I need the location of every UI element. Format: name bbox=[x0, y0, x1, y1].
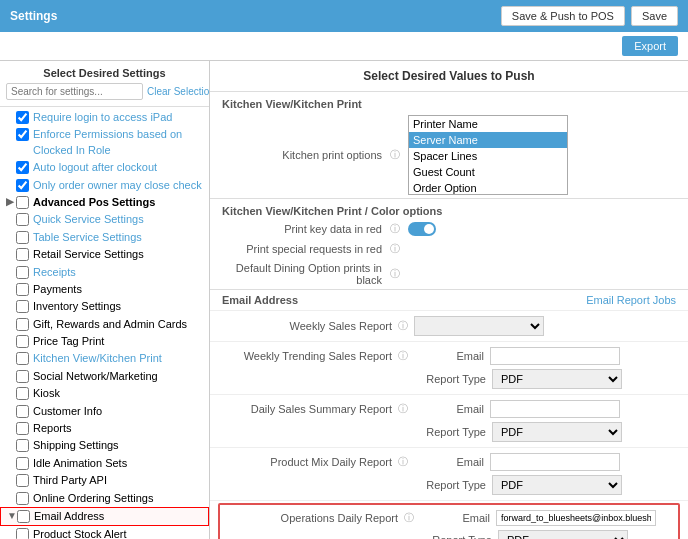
default-dining-label: Default Dining Option prints inblack bbox=[222, 262, 382, 286]
save-push-button[interactable]: Save & Push to POS bbox=[501, 6, 625, 26]
checkbox-customer-info[interactable] bbox=[16, 405, 29, 418]
sidebar-item-advanced-pos[interactable]: ▶ Advanced Pos Settings bbox=[0, 194, 209, 211]
sidebar-item-only-order-owner[interactable]: Only order owner may close check bbox=[0, 177, 209, 194]
checkbox-inventory[interactable] bbox=[16, 300, 29, 313]
listbox-item[interactable]: Order Option bbox=[409, 180, 567, 195]
daily-sales-info-icon[interactable]: ⓘ bbox=[398, 402, 408, 416]
checkbox-online-ordering[interactable] bbox=[16, 492, 29, 505]
sidebar-item-table-service[interactable]: Table Service Settings bbox=[0, 229, 209, 246]
weekly-sales-report-row: Weekly Sales Report ⓘ bbox=[210, 314, 688, 338]
weekly-sales-select[interactable] bbox=[414, 316, 544, 336]
sidebar-item-shipping[interactable]: Shipping Settings bbox=[0, 437, 209, 454]
sidebar-item-receipts[interactable]: Receipts bbox=[0, 264, 209, 281]
sidebar-item-gift-rewards[interactable]: Gift, Rewards and Admin Cards bbox=[0, 316, 209, 333]
listbox-item[interactable]: Printer Name bbox=[409, 116, 567, 132]
listbox-item[interactable]: Server Name bbox=[409, 132, 567, 148]
checkbox-quick-service[interactable] bbox=[16, 213, 29, 226]
clear-selections-button[interactable]: Clear Selections bbox=[147, 86, 210, 97]
product-mix-type-select[interactable]: PDF bbox=[492, 475, 622, 495]
kitchen-print-info-icon[interactable]: ⓘ bbox=[390, 148, 400, 162]
print-key-info-icon[interactable]: ⓘ bbox=[390, 222, 400, 236]
sidebar-label-require-login: Require login to access iPad bbox=[33, 110, 172, 125]
checkbox-receipts[interactable] bbox=[16, 266, 29, 279]
operations-daily-type-select[interactable]: PDF bbox=[498, 530, 628, 539]
sidebar-header: Select Desired Settings Clear Selections bbox=[0, 61, 209, 107]
checkbox-shipping[interactable] bbox=[16, 439, 29, 452]
checkbox-table-service[interactable] bbox=[16, 231, 29, 244]
checkbox-payments[interactable] bbox=[16, 283, 29, 296]
print-special-info-icon[interactable]: ⓘ bbox=[390, 242, 400, 256]
sidebar-label-idle-animation: Idle Animation Sets bbox=[33, 456, 127, 471]
product-mix-email-input[interactable] bbox=[490, 453, 620, 471]
checkbox-require-login[interactable] bbox=[16, 111, 29, 124]
sidebar-item-social-network[interactable]: Social Network/Marketing bbox=[0, 368, 209, 385]
sidebar-item-auto-logout[interactable]: Auto logout after clockout bbox=[0, 159, 209, 176]
sidebar-item-third-party[interactable]: Third Party API bbox=[0, 472, 209, 489]
sidebar-item-product-stock-alert[interactable]: Product Stock Alert bbox=[0, 526, 209, 539]
checkbox-kitchen-view[interactable] bbox=[16, 352, 29, 365]
sidebar-item-idle-animation[interactable]: Idle Animation Sets bbox=[0, 455, 209, 472]
sidebar-search-row: Clear Selections bbox=[6, 83, 203, 100]
product-mix-info-icon[interactable]: ⓘ bbox=[398, 455, 408, 469]
sidebar-item-customer-info[interactable]: Customer Info bbox=[0, 403, 209, 420]
print-key-toggle-container bbox=[408, 222, 436, 236]
checkbox-idle-animation[interactable] bbox=[16, 457, 29, 470]
checkbox-only-order-owner[interactable] bbox=[16, 179, 29, 192]
sidebar-label-price-tag: Price Tag Print bbox=[33, 334, 104, 349]
checkbox-auto-logout[interactable] bbox=[16, 161, 29, 174]
operations-daily-email-input[interactable] bbox=[496, 510, 656, 526]
expand-icon-email-address[interactable]: ▼ bbox=[7, 509, 17, 523]
listbox-item[interactable]: Guest Count bbox=[409, 164, 567, 180]
sidebar-item-retail-service[interactable]: Retail Service Settings bbox=[0, 246, 209, 263]
kitchen-color-section: Kitchen View/Kitchen Print / Color optio… bbox=[210, 199, 688, 290]
sidebar-item-require-login[interactable]: Require login to access iPad bbox=[0, 109, 209, 126]
checkbox-enforce-permissions[interactable] bbox=[16, 128, 29, 141]
checkbox-product-stock-alert[interactable] bbox=[16, 528, 29, 539]
sidebar-item-enforce-permissions[interactable]: Enforce Permissions based on Clocked In … bbox=[0, 126, 209, 159]
daily-sales-label-row: Daily Sales Summary Report ⓘ Email bbox=[210, 398, 688, 420]
sidebar-item-kiosk[interactable]: Kiosk bbox=[0, 385, 209, 402]
checkbox-price-tag[interactable] bbox=[16, 335, 29, 348]
weekly-trending-report-block: Weekly Trending Sales Report ⓘ Email Rep… bbox=[210, 342, 688, 395]
sidebar-item-online-ordering[interactable]: Online Ordering Settings bbox=[0, 490, 209, 507]
save-button[interactable]: Save bbox=[631, 6, 678, 26]
kitchen-section-title: Kitchen View/Kitchen Print bbox=[210, 92, 688, 112]
daily-sales-type-row: Report Type PDF bbox=[210, 420, 688, 444]
sidebar-item-inventory[interactable]: Inventory Settings bbox=[0, 298, 209, 315]
default-dining-info-icon[interactable]: ⓘ bbox=[390, 267, 400, 281]
weekly-trending-report-label: Weekly Trending Sales Report bbox=[222, 350, 392, 362]
export-button[interactable]: Export bbox=[622, 36, 678, 56]
product-mix-report-label: Product Mix Daily Report bbox=[222, 456, 392, 468]
weekly-trending-type-select[interactable]: PDF bbox=[492, 369, 622, 389]
operations-daily-info-icon[interactable]: ⓘ bbox=[404, 511, 414, 525]
sidebar-item-kitchen-view[interactable]: Kitchen View/Kitchen Print bbox=[0, 350, 209, 367]
sidebar-label-gift-rewards: Gift, Rewards and Admin Cards bbox=[33, 317, 187, 332]
weekly-trending-info-icon[interactable]: ⓘ bbox=[398, 349, 408, 363]
checkbox-kiosk[interactable] bbox=[16, 387, 29, 400]
checkbox-gift-rewards[interactable] bbox=[16, 318, 29, 331]
expand-icon-advanced-pos[interactable]: ▶ bbox=[6, 195, 16, 209]
daily-sales-email-input[interactable] bbox=[490, 400, 620, 418]
search-input[interactable] bbox=[6, 83, 143, 100]
weekly-trending-label-row: Weekly Trending Sales Report ⓘ Email bbox=[210, 345, 688, 367]
checkbox-retail-service[interactable] bbox=[16, 248, 29, 261]
sidebar-item-email-address[interactable]: ▼ Email Address bbox=[0, 507, 209, 526]
checkbox-reports[interactable] bbox=[16, 422, 29, 435]
sidebar-item-price-tag[interactable]: Price Tag Print bbox=[0, 333, 209, 350]
sidebar-item-payments[interactable]: Payments bbox=[0, 281, 209, 298]
checkbox-email-address[interactable] bbox=[17, 510, 30, 523]
weekly-trending-email-input[interactable] bbox=[490, 347, 620, 365]
checkbox-advanced-pos[interactable] bbox=[16, 196, 29, 209]
sidebar-item-reports[interactable]: Reports bbox=[0, 420, 209, 437]
sidebar-item-quick-service[interactable]: Quick Service Settings bbox=[0, 211, 209, 228]
daily-sales-type-select[interactable]: PDF bbox=[492, 422, 622, 442]
kitchen-print-listbox[interactable]: Printer NameServer NameSpacer LinesGuest… bbox=[408, 115, 568, 195]
weekly-sales-info-icon[interactable]: ⓘ bbox=[398, 319, 408, 333]
product-mix-type-row: Report Type PDF bbox=[210, 473, 688, 497]
print-key-toggle[interactable] bbox=[408, 222, 436, 236]
checkbox-social-network[interactable] bbox=[16, 370, 29, 383]
listbox-item[interactable]: Spacer Lines bbox=[409, 148, 567, 164]
print-special-label: Print special requests in red bbox=[222, 243, 382, 255]
email-report-jobs-link[interactable]: Email Report Jobs bbox=[586, 294, 676, 306]
checkbox-third-party[interactable] bbox=[16, 474, 29, 487]
